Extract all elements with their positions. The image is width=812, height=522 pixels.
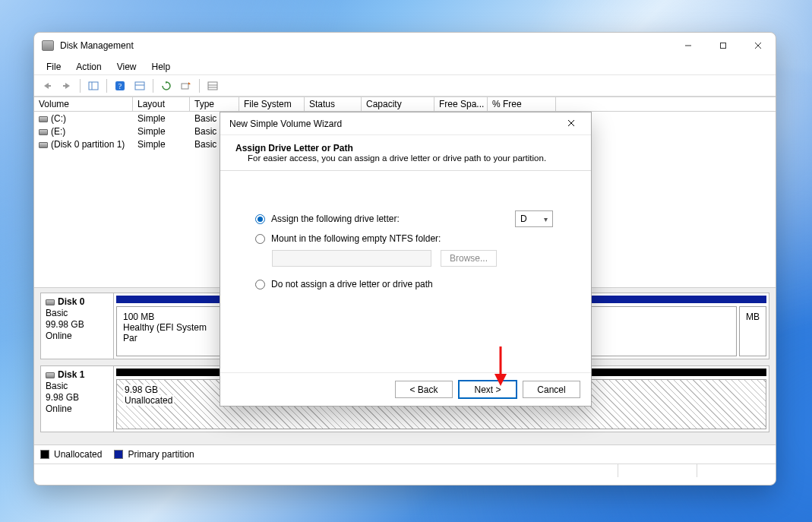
status-bar: [34, 463, 776, 477]
list-view-icon[interactable]: [204, 78, 222, 94]
disk-info[interactable]: Disk 0 Basic 99.98 GB Online: [41, 293, 114, 359]
svg-text:?: ?: [118, 82, 122, 90]
menu-view[interactable]: View: [109, 59, 144, 74]
label-assign-letter: Assign the following drive letter:: [271, 214, 400, 224]
drive-letter-select[interactable]: D ▾: [515, 210, 553, 227]
col-capacity[interactable]: Capacity: [362, 97, 434, 111]
disk-state: Online: [46, 403, 109, 414]
col-status[interactable]: Status: [305, 97, 362, 111]
vol-name: (C:): [51, 113, 66, 124]
svg-rect-5: [63, 85, 66, 87]
drive-icon: [39, 129, 48, 135]
partition[interactable]: MB: [739, 306, 766, 356]
svg-rect-13: [208, 82, 217, 90]
help-icon[interactable]: ?: [111, 78, 129, 94]
partition[interactable]: 100 MB Healthy (EFI System Par: [116, 306, 223, 356]
browse-button: Browse...: [441, 250, 497, 267]
disk-type: Basic: [46, 308, 109, 318]
wizard-header: Assign Drive Letter or Path For easier a…: [220, 135, 591, 171]
part-size: 9.98 GB: [123, 384, 160, 395]
new-simple-volume-wizard: New Simple Volume Wizard Assign Drive Le…: [220, 112, 592, 407]
disk-name: Disk 0: [58, 296, 84, 307]
app-icon: [42, 40, 54, 51]
disk-name: Disk 1: [58, 369, 84, 380]
radio-mount-folder[interactable]: [255, 234, 265, 244]
volume-list-header: Volume Layout Type File System Status Ca…: [34, 96, 776, 112]
drive-letter-value: D: [520, 214, 527, 224]
col-type[interactable]: Type: [190, 97, 239, 111]
vol-layout: Simple: [133, 126, 190, 137]
wizard-subheading: For easier access, you can assign a driv…: [235, 153, 579, 163]
console-tree-icon[interactable]: [84, 78, 103, 94]
part-size: 100 MB: [123, 312, 216, 322]
chevron-down-icon: ▾: [544, 215, 548, 223]
drive-icon: [39, 142, 48, 148]
wizard-body: Assign the following drive letter: D ▾ M…: [220, 171, 591, 372]
wizard-title: New Simple Volume Wizard: [229, 119, 342, 129]
close-button[interactable]: [741, 33, 776, 59]
part-desc: MB: [746, 312, 760, 322]
disk-info[interactable]: Disk 1 Basic 9.98 GB Online: [41, 366, 114, 432]
rescan-icon[interactable]: [177, 78, 195, 94]
maximize-button[interactable]: [706, 33, 741, 59]
col-pctfree[interactable]: % Free: [488, 97, 556, 111]
disk-state: Online: [46, 331, 109, 341]
svg-rect-6: [89, 82, 98, 90]
vol-layout: Simple: [133, 113, 190, 124]
titlebar: Disk Management: [34, 33, 776, 59]
col-free[interactable]: Free Spa...: [434, 97, 488, 111]
svg-rect-1: [721, 43, 726, 49]
legend-swatch-primary: [114, 450, 123, 459]
svg-rect-10: [135, 82, 144, 90]
vol-name: (E:): [51, 126, 65, 137]
wizard-close-button[interactable]: [558, 119, 585, 129]
disk-icon: [46, 299, 55, 305]
part-desc: Unallocated: [123, 395, 174, 406]
legend-unallocated: Unallocated: [54, 449, 102, 460]
radio-assign-letter[interactable]: [255, 214, 265, 224]
mount-folder-input: [272, 250, 431, 267]
settings-view-icon[interactable]: [131, 78, 149, 94]
menubar: File Action View Help: [34, 59, 776, 75]
part-desc: Healthy (EFI System Par: [123, 322, 216, 343]
col-fs[interactable]: File System: [239, 97, 305, 111]
disk-icon: [46, 372, 55, 378]
col-volume[interactable]: Volume: [34, 97, 133, 111]
menu-file[interactable]: File: [39, 59, 68, 74]
radio-no-letter[interactable]: [255, 280, 265, 289]
next-button[interactable]: Next >: [459, 381, 517, 398]
cancel-button[interactable]: Cancel: [523, 381, 580, 398]
disk-type: Basic: [46, 381, 109, 391]
vol-layout: Simple: [133, 139, 190, 150]
menu-help[interactable]: Help: [144, 59, 179, 74]
svg-rect-12: [182, 84, 188, 89]
disk-size: 99.98 GB: [46, 319, 109, 330]
wizard-heading: Assign Drive Letter or Path: [235, 143, 579, 153]
minimize-button[interactable]: [671, 33, 706, 59]
window-title: Disk Management: [60, 40, 134, 51]
svg-rect-4: [48, 85, 51, 87]
toolbar: ?: [34, 75, 776, 96]
legend: Unallocated Primary partition: [34, 445, 776, 463]
refresh-icon[interactable]: [157, 78, 175, 94]
back-button[interactable]: < Back: [395, 381, 453, 398]
label-no-letter: Do not assign a drive letter or drive pa…: [271, 279, 433, 289]
disk-size: 9.98 GB: [46, 392, 109, 403]
legend-swatch-unallocated: [40, 450, 49, 459]
menu-action[interactable]: Action: [68, 59, 109, 74]
wizard-buttons: < Back Next > Cancel: [220, 372, 591, 406]
wizard-titlebar: New Simple Volume Wizard: [220, 112, 591, 135]
col-layout[interactable]: Layout: [133, 97, 190, 111]
drive-icon: [39, 116, 48, 122]
vol-name: (Disk 0 partition 1): [51, 139, 125, 150]
forward-icon[interactable]: [58, 78, 76, 94]
back-icon[interactable]: [38, 78, 56, 94]
label-mount-folder: Mount in the following empty NTFS folder…: [271, 233, 441, 244]
legend-primary: Primary partition: [128, 449, 194, 460]
